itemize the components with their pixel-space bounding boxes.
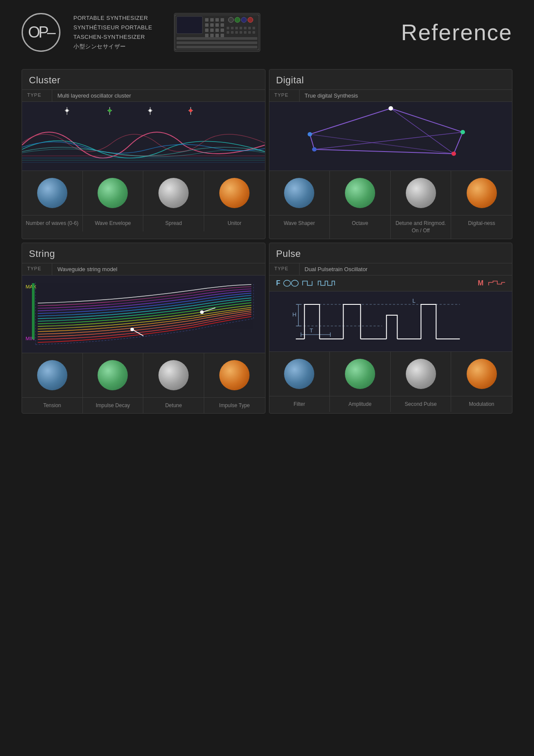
knob-orange[interactable] xyxy=(219,360,250,390)
svg-rect-11 xyxy=(210,28,214,32)
knob-white[interactable] xyxy=(406,359,436,389)
cluster-knob-1[interactable] xyxy=(22,171,83,215)
svg-point-19 xyxy=(235,17,240,22)
digital-type-row: TYPE True digital Synthesis xyxy=(269,89,512,102)
knob-orange[interactable] xyxy=(467,359,497,389)
svg-rect-65 xyxy=(32,283,35,339)
cluster-label-1: Number of waves (0-6) xyxy=(22,215,83,231)
knob-green[interactable] xyxy=(98,360,128,390)
pulse-labels: Filter Amplitude Second Pulse Modulation xyxy=(269,396,512,412)
knob-green[interactable] xyxy=(98,178,128,208)
svg-line-57 xyxy=(310,134,453,154)
string-knob-2[interactable] xyxy=(83,353,144,397)
digital-card: Digital TYPE True digital Synthesis xyxy=(269,69,513,239)
svg-rect-6 xyxy=(205,23,209,27)
digital-label-3: Detune and Ringmod. On / Off xyxy=(391,215,452,239)
cluster-knob-3[interactable] xyxy=(143,171,204,215)
knob-orange[interactable] xyxy=(219,178,250,208)
knob-green[interactable] xyxy=(345,178,375,208)
cluster-title: Cluster xyxy=(22,70,265,89)
svg-text:L: L xyxy=(412,297,415,304)
svg-point-50 xyxy=(190,109,192,112)
pulse-type-value: Dual Pulsetrain Oscillator xyxy=(300,263,373,275)
digital-knob-3[interactable] xyxy=(391,171,452,215)
digital-knob-2[interactable] xyxy=(330,171,391,215)
knob-blue[interactable] xyxy=(284,359,314,389)
svg-rect-2 xyxy=(205,18,209,22)
svg-rect-12 xyxy=(215,28,219,32)
pulse-knob-2[interactable] xyxy=(330,352,391,396)
svg-rect-7 xyxy=(210,23,214,27)
cluster-knob-2[interactable] xyxy=(83,171,144,215)
logo: OP– xyxy=(22,13,60,52)
svg-point-60 xyxy=(451,152,455,156)
pulse-card: Pulse TYPE Dual Pulsetrain Oscillator F … xyxy=(269,243,513,414)
svg-rect-14 xyxy=(205,34,209,37)
svg-point-62 xyxy=(307,132,312,136)
waveform-icon-square xyxy=(302,279,315,288)
svg-line-55 xyxy=(391,108,454,154)
cluster-card: Cluster TYPE Multi layered oscillator cl… xyxy=(22,69,265,239)
string-knob-4[interactable] xyxy=(204,353,265,397)
svg-text:MAX: MAX xyxy=(25,284,36,289)
pulse-type-row: TYPE Dual Pulsetrain Oscillator xyxy=(269,263,512,275)
waveform-icon-pulse xyxy=(317,279,339,288)
svg-rect-22 xyxy=(227,27,229,29)
knob-blue[interactable] xyxy=(284,178,314,208)
pulse-type-label: TYPE xyxy=(269,263,300,275)
cluster-type-row: TYPE Multi layered oscillator cluster xyxy=(22,89,265,102)
svg-rect-26 xyxy=(244,27,246,29)
svg-rect-5 xyxy=(221,18,224,22)
svg-point-44 xyxy=(108,109,111,112)
digital-knob-4[interactable] xyxy=(451,171,512,215)
svg-line-56 xyxy=(314,132,463,149)
digital-type-label: TYPE xyxy=(269,90,300,101)
knob-green[interactable] xyxy=(345,359,375,389)
svg-rect-33 xyxy=(244,31,246,34)
waveform-icon-stepped xyxy=(488,279,505,288)
digital-label-1: Wave Shaper xyxy=(269,215,330,239)
svg-rect-37 xyxy=(177,41,257,44)
pulse-knob-4[interactable] xyxy=(451,352,512,396)
svg-text:H: H xyxy=(292,311,296,318)
string-label-4: Impulse Type xyxy=(204,398,265,414)
pulse-knob-1[interactable] xyxy=(269,352,330,396)
svg-rect-17 xyxy=(221,34,224,37)
digital-label-2: Octave xyxy=(330,215,391,239)
svg-rect-25 xyxy=(240,27,242,29)
knob-white[interactable] xyxy=(406,178,436,208)
cluster-knob-4[interactable] xyxy=(204,171,265,215)
knob-white[interactable] xyxy=(158,178,189,208)
string-knob-1[interactable] xyxy=(22,353,83,397)
svg-point-59 xyxy=(460,130,464,134)
svg-rect-13 xyxy=(221,28,224,32)
string-type-label: TYPE xyxy=(22,263,52,275)
cluster-type-value: Multi layered oscillator cluster xyxy=(52,90,136,101)
string-knob-3[interactable] xyxy=(143,353,204,397)
svg-point-61 xyxy=(312,147,316,152)
svg-point-41 xyxy=(66,109,68,112)
pulse-knob-3[interactable] xyxy=(391,352,452,396)
cluster-knobs xyxy=(22,171,265,215)
string-viz: MAX MIN xyxy=(22,275,265,353)
cluster-label-2: Wave Envelope xyxy=(83,215,144,231)
svg-rect-32 xyxy=(240,31,242,34)
pulse-f-label: F xyxy=(276,279,281,287)
svg-rect-24 xyxy=(235,27,238,29)
knob-white[interactable] xyxy=(158,360,189,390)
string-type-row: TYPE Waveguide string model xyxy=(22,263,265,275)
knob-blue[interactable] xyxy=(37,360,67,390)
svg-rect-9 xyxy=(221,23,224,27)
digital-knob-1[interactable] xyxy=(269,171,330,215)
pulse-label-3: Second Pulse xyxy=(391,396,452,412)
pulse-title: Pulse xyxy=(269,243,512,263)
string-labels: Tension Impulse Decay Detune Impulse Typ… xyxy=(22,398,265,414)
svg-point-21 xyxy=(248,17,253,22)
svg-rect-10 xyxy=(205,28,209,32)
svg-rect-30 xyxy=(231,31,234,34)
knob-blue[interactable] xyxy=(37,178,67,208)
string-title: String xyxy=(22,243,265,263)
knob-orange[interactable] xyxy=(467,178,497,208)
taglines: PORTABLE SYNTHESIZER SYNTHÉTISEUR PORTAB… xyxy=(73,13,152,51)
svg-point-71 xyxy=(291,280,298,286)
